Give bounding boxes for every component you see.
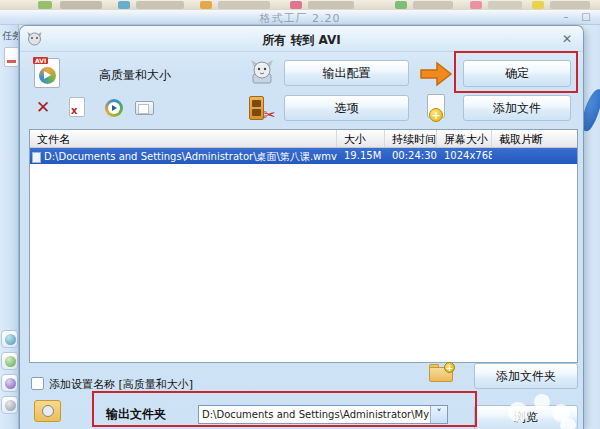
add-name-checkbox[interactable] (31, 377, 44, 390)
play-media-icon[interactable] (105, 99, 123, 117)
col-header-filename[interactable]: 文件名 (30, 130, 337, 147)
toolbar-fragment (60, 1, 102, 9)
open-output-folder-button[interactable] (34, 400, 61, 422)
toolbar-fragment (308, 1, 354, 9)
cell-clip (492, 148, 577, 164)
toolbar-fragment-icon (532, 1, 544, 9)
background-sidebar-label: 任务 (2, 29, 19, 43)
sidebar-category-button[interactable] (1, 352, 18, 370)
background-sidebar: 任务 (0, 25, 19, 429)
folder-logo-icon (42, 405, 54, 417)
add-folder-icon: + (429, 362, 455, 382)
file-item-icon (32, 152, 41, 163)
avi-badge: AVI (33, 57, 48, 64)
toolbar-fragment-icon (395, 1, 407, 9)
main-window-title: 格式工厂 2.20 (0, 11, 600, 26)
plus-badge-icon: + (444, 362, 455, 373)
table-header-row: 文件名 大小 持续时间 屏幕大小 截取片断 (30, 130, 577, 148)
col-header-size[interactable]: 大小 (337, 130, 385, 147)
highlight-box-output-folder (92, 391, 477, 427)
cell-filename: D:\Documents and Settings\Administrator\… (44, 150, 337, 164)
remove-file-icon[interactable]: x (69, 97, 85, 117)
toolbar-fragment-icon (38, 1, 52, 9)
output-config-button[interactable]: 输出配置 (284, 60, 409, 86)
add-file-label: 添加文件 (493, 100, 541, 117)
add-folder-label: 添加文件夹 (496, 368, 556, 385)
toolbar-fragment (136, 1, 184, 9)
play-disc-icon (39, 67, 56, 84)
table-row-selected[interactable]: D:\Documents and Settings\Administrator\… (30, 148, 577, 164)
screen: 格式工厂 2.20 – □ 任务 所有 转到 AVI ✕ AVI 高质量 (0, 0, 600, 429)
maximize-button[interactable]: □ (578, 11, 594, 23)
avi-file-type-icon: AVI (34, 58, 60, 88)
scissors-icon: ✂ (263, 106, 276, 124)
close-icon[interactable]: ✕ (559, 31, 575, 47)
toolbar-fragment-icon (290, 1, 302, 9)
toolbar-fragment-icon (470, 1, 482, 9)
sidebar-category-button[interactable] (1, 374, 18, 392)
category-icon (5, 356, 16, 367)
output-config-label: 输出配置 (323, 65, 371, 82)
category-icon (5, 400, 16, 411)
toolbar-fragment (218, 1, 270, 9)
options-button[interactable]: 选项 (284, 95, 409, 121)
delete-all-icon[interactable]: ✕ (36, 97, 50, 117)
film-strip (249, 96, 264, 120)
add-file-icon: + (425, 94, 449, 122)
watermark-paw (534, 394, 550, 410)
add-name-checkbox-label: 添加设置名称 [高质量和大小] (49, 377, 193, 392)
col-header-clip[interactable]: 截取片断 (492, 130, 577, 147)
dialog-title: 所有 转到 AVI (20, 32, 583, 49)
col-header-duration[interactable]: 持续时间 (385, 130, 437, 147)
document-icon (4, 47, 19, 67)
preset-label: 高质量和大小 (99, 67, 171, 84)
highlight-box-ok-button (454, 51, 578, 93)
category-icon (5, 378, 16, 389)
add-file-button[interactable]: 添加文件 (463, 95, 571, 121)
toolbar-fragment (413, 1, 453, 9)
watermark-paw (508, 402, 528, 422)
cell-screen-size: 1024x768 (437, 148, 492, 164)
col-header-screen-size[interactable]: 屏幕大小 (437, 130, 492, 147)
sidebar-category-button[interactable] (1, 330, 18, 348)
add-folder-button[interactable]: 添加文件夹 (474, 363, 578, 389)
main-window-titlebar: 格式工厂 2.20 – □ (0, 10, 600, 25)
category-icon (5, 334, 16, 345)
cell-duration: 00:24:30 (385, 148, 437, 164)
background-browser-strip (0, 0, 600, 10)
sidebar-category-button[interactable] (1, 396, 18, 414)
toolbar-fragment-icon (118, 1, 130, 9)
toolbar-fragment-icon (200, 1, 212, 9)
small-x-glyph: x (71, 106, 77, 116)
cell-size: 19.15M (337, 148, 385, 164)
dialog-titlebar: 所有 转到 AVI ✕ (20, 26, 583, 52)
options-label: 选项 (335, 100, 359, 117)
film-clip-icon: ✂ (248, 95, 276, 122)
screen-preview-icon[interactable] (135, 101, 154, 115)
arrow-right-icon (419, 61, 453, 87)
plus-badge-icon: + (429, 108, 443, 122)
toolbar-fragment (488, 1, 522, 9)
converter-cat-icon (249, 59, 275, 85)
minimize-button[interactable]: – (558, 11, 574, 23)
toolbar-fragment (550, 1, 590, 9)
file-table: 文件名 大小 持续时间 屏幕大小 截取片断 D:\Documents and S… (29, 129, 578, 363)
background-right-panel (584, 25, 600, 429)
watermark-paw (560, 418, 576, 429)
